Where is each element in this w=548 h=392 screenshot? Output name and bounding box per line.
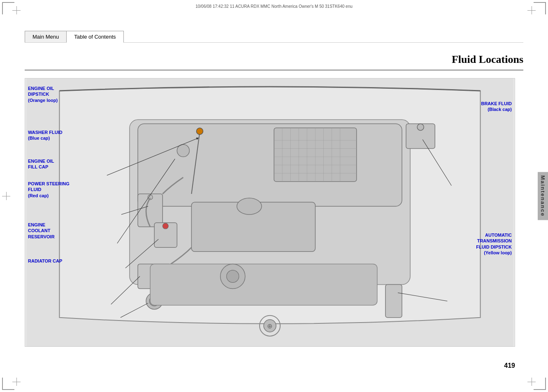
svg-text:⊕: ⊕: [267, 322, 272, 330]
label-radiator-cap: RADIATOR CAP: [28, 258, 62, 264]
svg-point-34: [237, 198, 262, 214]
label-engine-coolant: ENGINE COOLANT RESERVOIR: [28, 222, 55, 240]
label-engine-oil-dipstick: ENGINE OIL DIPSTICK (Orange loop): [28, 85, 58, 103]
svg-rect-27: [385, 285, 402, 318]
svg-point-18: [417, 124, 424, 130]
title-divider: [25, 70, 523, 70]
crosshair-br: [527, 378, 536, 386]
toc-button[interactable]: Table of Contents: [66, 31, 123, 43]
crosshair-ml: [2, 192, 10, 200]
page-number: 419: [504, 362, 515, 369]
label-washer-fluid: WASHER FLUID (Blue cap): [28, 129, 63, 141]
nav-buttons: Main Menu Table of Contents: [25, 31, 124, 43]
svg-point-29: [196, 128, 203, 134]
label-engine-oil-fill: ENGINE OIL FILL CAP: [28, 158, 54, 170]
page-title: Fluid Locations: [452, 53, 523, 66]
svg-rect-30: [150, 264, 377, 305]
label-brake-fluid: BRAKE FLUID (Black cap): [481, 101, 512, 113]
label-power-steering-fluid: POWER STEERING FLUID (Red cap): [28, 181, 70, 198]
svg-point-32: [227, 270, 239, 282]
main-menu-button[interactable]: Main Menu: [25, 31, 66, 43]
svg-point-21: [177, 144, 189, 157]
svg-rect-2: [138, 124, 402, 206]
engine-diagram: ⊕: [25, 78, 515, 347]
crosshair-bl: [12, 378, 21, 386]
svg-point-23: [163, 223, 168, 229]
header-timestamp: 10/06/08 17:42:32 11 ACURA RDX MMC North…: [0, 4, 548, 9]
sidebar-maintenance-label: Maintenance: [538, 172, 548, 220]
label-automatic-trans: AUTOMATIC TRANSMISSION FLUID DIPSTICK (Y…: [476, 232, 512, 256]
